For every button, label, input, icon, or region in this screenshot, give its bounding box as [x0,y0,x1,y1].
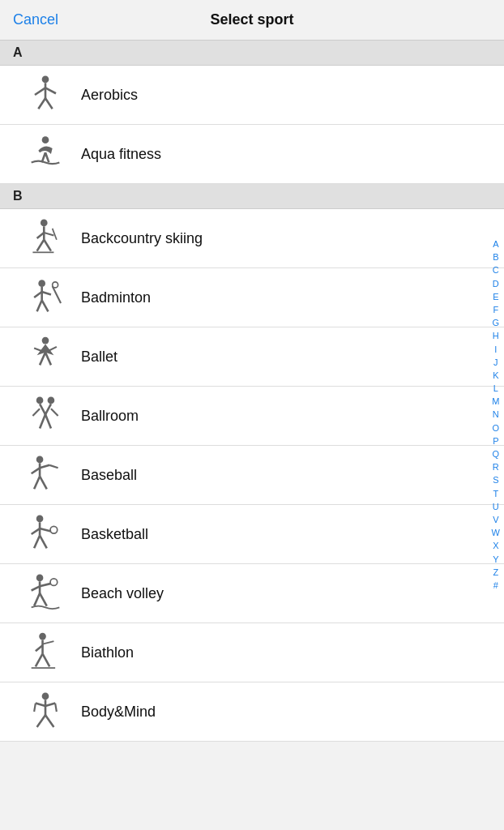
svg-point-49 [50,526,58,533]
alpha-E[interactable]: E [490,291,501,303]
svg-point-66 [42,693,49,700]
svg-line-19 [34,292,42,297]
list-item[interactable]: Beach volley [0,564,504,623]
svg-line-50 [34,536,40,549]
list-item[interactable]: Backcountry skiing [0,209,504,268]
svg-point-6 [42,136,49,143]
sport-name: Ballet [81,349,117,366]
alpha-#[interactable]: # [491,580,501,592]
cancel-button[interactable]: Cancel [13,11,58,28]
sport-name: Baseball [81,467,137,484]
list-item[interactable]: Body&Mind [0,682,504,742]
svg-line-34 [32,409,40,416]
alpha-Y[interactable]: Y [490,553,501,565]
svg-line-69 [45,704,55,706]
alpha-L[interactable]: L [491,383,501,395]
sport-icon-baseball [13,454,78,496]
alpha-Z[interactable]: Z [490,567,501,579]
alpha-W[interactable]: W [489,527,502,539]
sport-name: Badminton [81,289,151,306]
list-item[interactable]: Ballet [0,327,504,387]
alpha-R[interactable]: R [490,461,502,473]
svg-line-27 [45,353,51,366]
svg-line-51 [40,536,47,549]
alpha-Q[interactable]: Q [490,448,502,460]
svg-line-62 [43,641,54,644]
alpha-D[interactable]: D [490,278,502,290]
svg-line-70 [34,704,36,712]
section-header-A: A [0,41,504,66]
svg-line-64 [43,654,50,667]
alpha-S[interactable]: S [490,474,501,486]
header: Cancel Select sport [0,0,504,41]
alpha-U[interactable]: U [490,501,502,513]
sport-icon-beach-volley [13,572,78,614]
svg-point-30 [36,397,44,404]
sport-icon-bodymind [13,691,78,733]
alpha-T[interactable]: T [490,488,501,500]
alpha-X[interactable]: X [490,540,501,552]
svg-line-35 [51,409,58,416]
list-item[interactable]: Aerobics [0,66,504,125]
svg-point-59 [39,633,46,640]
svg-point-52 [36,575,44,582]
alpha-J[interactable]: J [491,357,501,369]
list-item[interactable]: Biathlon [0,623,504,682]
svg-line-22 [42,300,49,311]
svg-line-41 [40,465,49,468]
svg-point-38 [36,456,44,464]
list-item[interactable]: Badminton [0,268,504,327]
alpha-G[interactable]: G [490,317,502,329]
sport-name: Aerobics [81,87,138,104]
alpha-A[interactable]: A [490,238,501,250]
svg-line-4 [38,98,45,109]
svg-line-32 [40,404,45,414]
sport-list: AAerobicsAqua fitnessBBackcountry skiing… [0,41,504,742]
alpha-V[interactable]: V [490,514,501,526]
svg-line-73 [45,715,53,727]
svg-line-40 [32,468,40,473]
alpha-K[interactable]: K [490,370,501,382]
page-title: Select sport [210,11,293,28]
svg-line-68 [36,704,45,706]
svg-line-44 [40,477,47,490]
svg-point-0 [42,76,49,83]
svg-line-20 [42,292,51,294]
alpha-F[interactable]: F [490,304,501,316]
alpha-C[interactable]: C [490,264,502,276]
list-item[interactable]: Ballroom [0,387,504,446]
svg-line-54 [32,586,40,590]
sport-name: Body&Mind [81,704,156,721]
svg-line-5 [45,98,53,109]
sport-icon-badminton [13,276,78,319]
svg-line-36 [40,414,45,428]
alpha-H[interactable]: H [490,330,502,342]
svg-line-33 [45,404,51,414]
svg-point-9 [41,220,48,227]
list-item[interactable]: Basketball [0,505,504,564]
alpha-B[interactable]: B [490,251,501,263]
svg-point-45 [36,516,44,523]
list-item[interactable]: Aqua fitness [0,125,504,184]
list-item[interactable]: Baseball [0,446,504,505]
svg-line-8 [45,152,49,162]
alpha-P[interactable]: P [490,435,501,447]
svg-line-55 [40,584,51,586]
sport-icon-backcountry-skiing [13,217,78,259]
alpha-N[interactable]: N [490,409,502,421]
sport-name: Aqua fitness [81,146,161,163]
alpha-O[interactable]: O [490,422,502,434]
svg-line-3 [45,88,56,93]
sport-name: Basketball [81,526,148,543]
svg-line-57 [34,593,40,606]
svg-line-63 [36,654,43,667]
svg-line-48 [40,528,51,531]
sport-name: Backcountry skiing [81,230,203,247]
sport-name: Beach volley [81,585,164,602]
svg-line-2 [35,88,45,95]
alphabet-index: ABCDEFGHIJKLMNOPQRSTUVWXYZ# [489,238,502,592]
svg-line-23 [53,286,61,303]
sport-icon-aerobics [13,74,78,116]
alpha-I[interactable]: I [492,343,499,355]
alpha-M[interactable]: M [489,396,502,408]
